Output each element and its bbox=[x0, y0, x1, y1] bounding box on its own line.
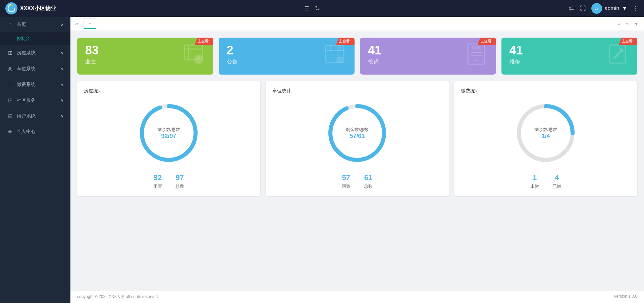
logo-area: XXXX小区物业 bbox=[5, 2, 56, 14]
parking-icon: ◎ bbox=[7, 66, 13, 72]
donut-house-center: 剩余数/总数 92/97 bbox=[157, 127, 180, 140]
stat-complaint-icon: A+ bbox=[465, 42, 488, 70]
stat-card-repair-ribbon: 去查看 bbox=[619, 38, 637, 45]
donut-parking-stat-idle: 57 闲置 bbox=[342, 173, 351, 189]
community-icon: ⊡ bbox=[7, 97, 13, 103]
donut-house-idle-label: 闲置 bbox=[153, 183, 162, 189]
donut-parking-idle-num: 57 bbox=[342, 173, 351, 182]
tab-prev-btn[interactable]: « bbox=[616, 20, 623, 27]
sidebar-item-community[interactable]: ⊡ 社区服务 ∨ bbox=[0, 92, 70, 108]
donut-fee-unpaid-num: 1 bbox=[530, 173, 539, 182]
donut-house-value: 92/97 bbox=[157, 133, 180, 140]
sidebar-item-house[interactable]: ⊞ 房屋系统 ∨ bbox=[0, 45, 70, 61]
sidebar-item-control[interactable]: 控制台 bbox=[0, 32, 70, 45]
home-icon: ⌂ bbox=[7, 21, 13, 28]
panel-fee-stats: 缴费统计 剩余数/总数 1/4 bbox=[454, 81, 637, 196]
sidebar-item-parking[interactable]: ◎ 车位系统 ∨ bbox=[0, 61, 70, 77]
donut-house-wrapper: 剩余数/总数 92/97 bbox=[135, 99, 202, 167]
donut-fee-stats: 1 未缴 4 已缴 bbox=[530, 173, 561, 189]
stat-card-owner[interactable]: 83 业主 去查看 bbox=[77, 38, 213, 75]
donut-fee-center: 剩余数/总数 1/4 bbox=[534, 127, 557, 140]
svg-point-6 bbox=[197, 56, 200, 59]
panel-fee-title: 缴费统计 bbox=[461, 88, 631, 94]
svg-point-10 bbox=[338, 47, 340, 49]
donut-parking-total-label: 总数 bbox=[364, 183, 373, 189]
donut-house-idle-num: 92 bbox=[153, 173, 162, 182]
tab-home[interactable]: ⌂ bbox=[84, 18, 96, 29]
donut-house-stats: 92 闲置 97 总数 bbox=[153, 173, 184, 189]
user-chevron-icon: ∨ bbox=[61, 114, 64, 119]
donut-parking: 剩余数/总数 57/61 57 闲置 61 总数 bbox=[272, 99, 442, 189]
footer-copyright: copyright © 2022 XXX大学 all rights reserv… bbox=[77, 294, 159, 300]
sidebar-item-fee[interactable]: ≣ 缴费系统 ∨ bbox=[0, 77, 70, 92]
tab-dropdown-btn[interactable]: ▼ bbox=[632, 20, 641, 27]
donut-house-stat-idle: 92 闲置 bbox=[153, 173, 162, 189]
stats-panels: 房屋统计 剩余数/总数 92/97 bbox=[77, 81, 637, 196]
sidebar-item-control-label: 控制台 bbox=[17, 36, 30, 41]
user-system-icon: ⊟ bbox=[7, 113, 13, 119]
donut-fee-stat-unpaid: 1 未缴 bbox=[530, 173, 539, 189]
donut-fee-value: 1/4 bbox=[534, 133, 557, 140]
fee-chevron-icon: ∨ bbox=[61, 82, 64, 87]
menu-toggle-icon[interactable]: ☰ bbox=[304, 5, 310, 12]
donut-house-total-label: 总数 bbox=[175, 183, 184, 189]
header-toolbar: ☰ ↻ bbox=[304, 5, 320, 12]
donut-parking-center: 剩余数/总数 57/61 bbox=[346, 127, 369, 140]
user-avatar: A bbox=[591, 3, 602, 14]
donut-fee-paid-num: 4 bbox=[552, 173, 561, 182]
tab-next-btn[interactable]: » bbox=[624, 20, 631, 27]
sidebar-item-personal-label: 个人中心 bbox=[17, 129, 36, 135]
tag-icon[interactable]: 🏷 bbox=[569, 5, 575, 12]
donut-fee-wrapper: 剩余数/总数 1/4 bbox=[512, 99, 579, 167]
stat-notice-icon: ✓ bbox=[323, 42, 346, 70]
top-header: XXXX小区物业 ☰ ↻ 🏷 ⛶ A admin ▼ ⋮ bbox=[0, 0, 644, 17]
user-info[interactable]: A admin ▼ bbox=[591, 3, 627, 14]
user-name: admin bbox=[605, 5, 620, 11]
donut-parking-total-num: 61 bbox=[364, 173, 373, 182]
donut-parking-stats: 57 闲置 61 总数 bbox=[342, 173, 373, 189]
donut-fee-paid-label: 已缴 bbox=[552, 183, 561, 189]
sidebar-item-personal[interactable]: ☺ 个人中心 bbox=[0, 124, 70, 139]
stat-card-complaint[interactable]: 41 投诉 A+ 去查看 bbox=[360, 38, 496, 75]
tab-home-icon: ⌂ bbox=[89, 21, 91, 26]
parking-chevron-icon: ∨ bbox=[61, 67, 64, 71]
more-icon[interactable]: ⋮ bbox=[633, 5, 639, 12]
stat-repair-icon bbox=[606, 42, 629, 70]
panel-house-stats: 房屋统计 剩余数/总数 92/97 bbox=[77, 81, 260, 196]
house-chevron-icon: ∨ bbox=[61, 51, 64, 55]
fullscreen-icon[interactable]: ⛶ bbox=[580, 5, 586, 12]
footer: copyright © 2022 XXX大学 all rights reserv… bbox=[70, 290, 644, 303]
sidebar-item-parking-label: 车位系统 bbox=[17, 66, 36, 72]
tab-right-nav: « » ▼ bbox=[616, 20, 641, 27]
main-layout: ⌂ 首页 ∧ 控制台 ⊞ 房屋系统 ∨ ◎ 车位系统 ∨ ≣ 缴费系统 bbox=[0, 17, 644, 303]
home-chevron-icon: ∧ bbox=[61, 22, 64, 27]
svg-text:A+: A+ bbox=[474, 58, 479, 62]
tab-bar: « ⌂ « » ▼ bbox=[70, 17, 644, 31]
stat-card-notice[interactable]: 2 公告 ✓ bbox=[219, 38, 355, 75]
header-right: 🏷 ⛶ A admin ▼ ⋮ bbox=[569, 3, 639, 14]
personal-icon: ☺ bbox=[7, 129, 13, 135]
svg-point-9 bbox=[329, 47, 332, 49]
donut-house-total-num: 97 bbox=[175, 173, 184, 182]
panel-parking-stats: 车位统计 剩余数/总数 57/61 bbox=[266, 81, 449, 196]
fee-icon: ≣ bbox=[7, 81, 13, 88]
refresh-icon[interactable]: ↻ bbox=[315, 5, 320, 12]
stat-card-repair[interactable]: 41 维修 去查看 bbox=[501, 38, 638, 75]
stat-card-notice-ribbon: 去查看 bbox=[336, 38, 355, 45]
content-area: « ⌂ « » ▼ 83 业主 bbox=[70, 17, 644, 303]
sidebar-item-community-label: 社区服务 bbox=[17, 97, 36, 103]
user-dropdown-icon[interactable]: ▼ bbox=[622, 5, 627, 11]
donut-parking-stat-total: 61 总数 bbox=[364, 173, 373, 189]
panel-parking-title: 车位统计 bbox=[272, 88, 442, 94]
sidebar: ⌂ 首页 ∧ 控制台 ⊞ 房屋系统 ∨ ◎ 车位系统 ∨ ≣ 缴费系统 bbox=[0, 17, 70, 303]
footer-version: Version 1.0.0 bbox=[614, 294, 637, 300]
donut-house: 剩余数/总数 92/97 92 闲置 97 总数 bbox=[84, 99, 254, 189]
tab-collapse-btn[interactable]: « bbox=[74, 19, 79, 28]
logo-text: XXXX小区物业 bbox=[20, 5, 56, 12]
sidebar-item-user[interactable]: ⊟ 用户系统 ∨ bbox=[0, 108, 70, 124]
stat-owner-icon bbox=[182, 42, 205, 70]
stat-card-owner-ribbon: 去查看 bbox=[195, 38, 213, 45]
panel-house-title: 房屋统计 bbox=[84, 88, 254, 94]
donut-parking-wrapper: 剩余数/总数 57/61 bbox=[324, 99, 391, 167]
sidebar-item-home[interactable]: ⌂ 首页 ∧ bbox=[0, 17, 70, 32]
